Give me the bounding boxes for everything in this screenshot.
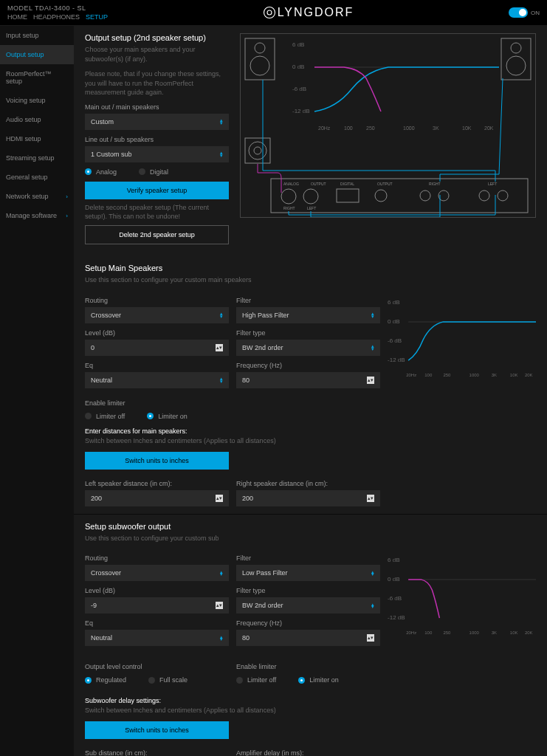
- svg-text:-12 dB: -12 dB: [388, 357, 405, 363]
- radio-analog[interactable]: Analog: [85, 168, 117, 176]
- svg-rect-14: [245, 38, 275, 80]
- sidebar-item-streaming[interactable]: Streaming setup: [0, 148, 74, 168]
- right-dist-input[interactable]: 200▴▾: [236, 490, 380, 506]
- level-input[interactable]: 0▴▾: [85, 340, 229, 356]
- svg-text:20K: 20K: [525, 373, 533, 377]
- sub-lpf-chart: 6 dB 0 dB -6 dB -12 dB 20Hz 100 250 1000…: [388, 549, 536, 646]
- chevron-right-icon: ›: [66, 193, 68, 200]
- svg-text:20K: 20K: [525, 630, 533, 635]
- svg-text:-12 dB: -12 dB: [292, 108, 310, 114]
- amplifier-icon: ANALOG OUTPUT RIGHT LEFT DIGITAL OUTPUT …: [270, 178, 529, 213]
- radio-digital[interactable]: Digital: [139, 168, 168, 176]
- sub-filter-type-select[interactable]: BW 2nd order▴▾: [236, 597, 380, 614]
- amp-delay-label: Amplifier delay (in ms):: [236, 749, 380, 756]
- filter-select[interactable]: High Pass Filter▴▾: [236, 307, 380, 323]
- svg-text:20K: 20K: [484, 126, 494, 131]
- stepper-icon[interactable]: ▴▾: [367, 495, 374, 502]
- nav-setup[interactable]: SETUP: [86, 13, 108, 21]
- svg-point-36: [438, 190, 449, 201]
- svg-text:20Hz: 20Hz: [406, 630, 416, 635]
- svg-rect-17: [501, 38, 531, 80]
- radio-sub-limiter-on[interactable]: Limiter on: [298, 676, 339, 684]
- sidebar-item-network[interactable]: Network setup›: [0, 187, 74, 206]
- filter-type-select[interactable]: BW 2nd order▴▾: [236, 340, 380, 356]
- sub-routing-select[interactable]: Crossover▴▾: [85, 565, 229, 581]
- select-arrows-icon: ▴▾: [220, 377, 223, 382]
- svg-point-18: [511, 43, 521, 53]
- sidebar: Input setup Output setup RoomPerfect™ se…: [0, 26, 74, 756]
- svg-text:3K: 3K: [492, 630, 497, 635]
- top-nav: HOME HEADPHONES SETUP: [7, 13, 108, 21]
- sidebar-item-manage[interactable]: Manage software›: [0, 206, 74, 225]
- power-toggle[interactable]: ON: [509, 7, 540, 18]
- stepper-icon[interactable]: ▴▾: [216, 344, 223, 351]
- sidebar-item-input[interactable]: Input setup: [0, 26, 74, 45]
- line-out-select[interactable]: 1 Custom sub▴▾: [85, 146, 229, 162]
- svg-text:RIGHT: RIGHT: [283, 206, 295, 210]
- select-arrows-icon: ▴▾: [371, 345, 374, 350]
- radio-limiter-off[interactable]: Limiter off: [85, 413, 125, 420]
- svg-text:3K: 3K: [492, 373, 497, 377]
- delete-button[interactable]: Delete 2nd speaker setup: [85, 225, 229, 244]
- logo-icon: [263, 6, 276, 19]
- output-note: Please note, that if you change these se…: [85, 69, 229, 97]
- svg-point-33: [375, 190, 387, 202]
- nav-home[interactable]: HOME: [7, 13, 27, 21]
- sidebar-item-audio[interactable]: Audio setup: [0, 110, 74, 129]
- svg-point-16: [250, 56, 269, 75]
- left-speaker-icon: [244, 38, 275, 80]
- select-arrows-icon: ▴▾: [371, 603, 374, 608]
- svg-text:10K: 10K: [510, 373, 518, 377]
- sub-eq-select[interactable]: Neutral▴▾: [85, 630, 229, 646]
- sub-units-button[interactable]: Switch units to inches: [85, 721, 229, 739]
- svg-rect-30: [337, 189, 359, 202]
- svg-text:-6 dB: -6 dB: [292, 86, 306, 92]
- olc-label: Output level control: [85, 663, 229, 670]
- svg-text:0 dB: 0 dB: [388, 576, 400, 583]
- right-dist-label: Right speaker distance (in cm):: [236, 480, 380, 487]
- svg-text:LEFT: LEFT: [307, 206, 316, 210]
- radio-regulated[interactable]: Regulated: [85, 676, 126, 684]
- main-out-select[interactable]: Custom▴▾: [85, 114, 229, 130]
- nav-headphones[interactable]: HEADPHONES: [33, 13, 80, 21]
- sidebar-item-output[interactable]: Output setup: [0, 45, 74, 64]
- eq-select[interactable]: Neutral▴▾: [85, 372, 229, 388]
- stepper-icon[interactable]: ▴▾: [216, 495, 223, 502]
- sub-dist-label: Sub distance (in cm):: [85, 749, 229, 756]
- delete-note: Delete second speaker setup (The current…: [85, 204, 229, 221]
- sidebar-item-hdmi[interactable]: HDMI setup: [0, 129, 74, 148]
- radio-sub-limiter-off[interactable]: Limiter off: [236, 676, 276, 684]
- radio-full-scale[interactable]: Full scale: [148, 676, 188, 684]
- sidebar-item-roomperfect[interactable]: RoomPerfect™ setup: [0, 64, 74, 91]
- freq-input[interactable]: 80▴▾: [236, 372, 380, 388]
- svg-text:250: 250: [366, 126, 375, 131]
- svg-text:-6 dB: -6 dB: [388, 595, 402, 602]
- svg-text:0 dB: 0 dB: [388, 318, 400, 325]
- sub-level-input[interactable]: -9▴▾: [85, 597, 229, 614]
- delay-title: Subwoofer delay settings:: [85, 697, 536, 704]
- svg-text:100: 100: [424, 630, 433, 635]
- sub-filter-label: Filter: [236, 554, 380, 562]
- svg-text:10K: 10K: [462, 126, 472, 131]
- stepper-icon[interactable]: ▴▾: [367, 377, 374, 384]
- sidebar-item-voicing[interactable]: Voicing setup: [0, 91, 74, 110]
- svg-text:-12 dB: -12 dB: [388, 614, 405, 621]
- radio-limiter-on[interactable]: Limiter on: [147, 413, 188, 420]
- svg-text:DIGITAL: DIGITAL: [340, 182, 354, 186]
- sub-eq-label: Eq: [85, 619, 229, 627]
- right-speaker-icon: [500, 38, 531, 80]
- verify-button[interactable]: Verify speaker setup: [85, 182, 229, 199]
- filter-type-label: Filter type: [236, 329, 380, 337]
- sidebar-item-general[interactable]: General setup: [0, 168, 74, 187]
- sub-filter-select[interactable]: Low Pass Filter▴▾: [236, 565, 380, 581]
- left-dist-input[interactable]: 200▴▾: [85, 490, 229, 506]
- sub-freq-input[interactable]: 80▴▾: [236, 630, 380, 646]
- routing-select[interactable]: Crossover▴▾: [85, 307, 229, 323]
- freq-label: Frequency (Hz): [236, 362, 380, 369]
- stepper-icon[interactable]: ▴▾: [216, 602, 223, 609]
- stepper-icon[interactable]: ▴▾: [367, 634, 374, 642]
- select-arrows-icon: ▴▾: [220, 636, 223, 641]
- units-button[interactable]: Switch units to inches: [85, 452, 229, 470]
- svg-text:LEFT: LEFT: [488, 182, 497, 186]
- svg-text:20Hz: 20Hz: [318, 126, 331, 131]
